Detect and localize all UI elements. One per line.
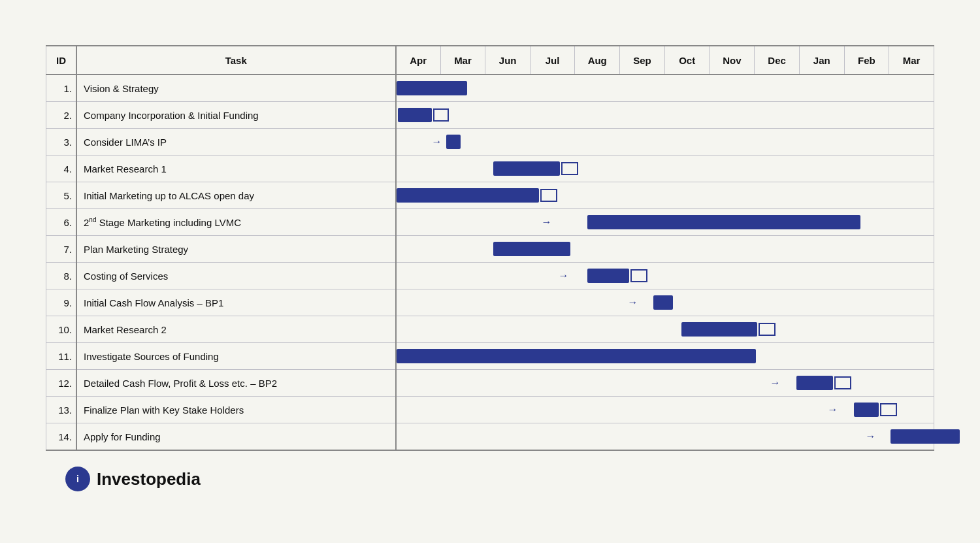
bar-3 xyxy=(446,135,461,149)
bar-6 xyxy=(587,215,860,229)
header-month-jan: Jan xyxy=(799,46,844,74)
bar-13 xyxy=(854,403,879,417)
task-id: 4. xyxy=(46,156,77,182)
gantt-cell-8: → xyxy=(396,263,934,289)
gantt-cell-9: → xyxy=(396,289,934,316)
task-id: 9. xyxy=(46,289,77,316)
gantt-cell-11 xyxy=(396,343,934,370)
svg-text:i: i xyxy=(76,474,79,484)
bar-7 xyxy=(493,242,570,256)
task-name: Detailed Cash Flow, Profit & Loss etc. –… xyxy=(76,370,395,397)
bar-11 xyxy=(397,349,756,363)
header-id: ID xyxy=(46,46,77,74)
bar-2 xyxy=(398,108,432,122)
dep-box-4 xyxy=(561,162,578,175)
gantt-cell-3: → xyxy=(396,129,934,156)
dep-box-5 xyxy=(540,189,557,202)
task-name: Vision & Strategy xyxy=(76,74,395,102)
bar-5 xyxy=(397,188,539,203)
task-name: Plan Marketing Strategy xyxy=(76,236,395,263)
task-id: 12. xyxy=(46,370,77,397)
task-name: Market Research 2 xyxy=(76,316,395,343)
table-row: 5. Initial Marketing up to ALCAS open da… xyxy=(46,182,934,209)
gantt-cell-7 xyxy=(396,236,934,263)
task-name: Costing of Services xyxy=(76,263,395,289)
bar-12 xyxy=(796,376,833,390)
task-id: 11. xyxy=(46,343,77,370)
table-row: 13. Finalize Plan with Key Stake Holders… xyxy=(46,397,934,423)
task-name: Finalize Plan with Key Stake Holders xyxy=(76,397,395,423)
task-id: 13. xyxy=(46,397,77,423)
task-id: 5. xyxy=(46,182,77,209)
header-row: ID Task Apr Mar Jun Jul Aug Sep Oct Nov … xyxy=(46,46,934,74)
task-id: 2. xyxy=(46,102,77,129)
table-row: 8. Costing of Services → xyxy=(46,263,934,289)
table-row: 1. Vision & Strategy xyxy=(46,74,934,102)
arrow-12: → xyxy=(770,377,781,389)
arrow-13: → xyxy=(828,404,838,416)
bar-1 xyxy=(397,81,467,95)
table-row: 2. Company Incorporation & Initial Fundi… xyxy=(46,102,934,129)
task-name: 2nd Stage Marketing including LVMC xyxy=(76,209,395,236)
table-row: 14. Apply for Funding → xyxy=(46,423,934,451)
task-id: 10. xyxy=(46,316,77,343)
header-month-mar2: Mar xyxy=(889,46,934,74)
gantt-cell-10 xyxy=(396,316,934,343)
task-name: Investigate Sources of Funding xyxy=(76,343,395,370)
logo-icon: i xyxy=(65,467,90,491)
task-id: 6. xyxy=(46,209,77,236)
table-row: 11. Investigate Sources of Funding xyxy=(46,343,934,370)
arrow-14: → xyxy=(866,431,876,442)
bar-4 xyxy=(493,161,560,176)
gantt-cell-14: → xyxy=(396,423,934,451)
dep-box-10 xyxy=(759,323,776,336)
gantt-table: ID Task Apr Mar Jun Jul Aug Sep Oct Nov … xyxy=(46,45,934,451)
table-row: 9. Initial Cash Flow Analysis – BP1 → xyxy=(46,289,934,316)
header-month-oct: Oct xyxy=(664,46,710,74)
logo-text: Investopedia xyxy=(97,469,201,489)
task-name: Market Research 1 xyxy=(76,156,395,182)
bar-10 xyxy=(681,322,757,337)
task-id: 7. xyxy=(46,236,77,263)
dep-box-13 xyxy=(880,403,897,416)
gantt-cell-1 xyxy=(396,74,934,102)
header-month-mar1: Mar xyxy=(440,46,485,74)
table-row: 12. Detailed Cash Flow, Profit & Loss et… xyxy=(46,370,934,397)
header-month-jun: Jun xyxy=(485,46,531,74)
task-id: 1. xyxy=(46,74,77,102)
table-row: 6. 2nd Stage Marketing including LVMC → xyxy=(46,209,934,236)
task-name: Initial Cash Flow Analysis – BP1 xyxy=(76,289,395,316)
dep-box-2 xyxy=(433,108,449,122)
arrow-3: → xyxy=(432,136,442,148)
header-month-apr: Apr xyxy=(396,46,441,74)
task-id: 14. xyxy=(46,423,77,451)
header-month-aug: Aug xyxy=(575,46,620,74)
bar-9 xyxy=(653,295,673,310)
gantt-cell-2 xyxy=(396,102,934,129)
task-id: 3. xyxy=(46,129,77,156)
table-row: 4. Market Research 1 xyxy=(46,156,934,182)
logo-area: i Investopedia xyxy=(65,467,934,491)
table-row: 7. Plan Marketing Strategy xyxy=(46,236,934,263)
task-name: Apply for Funding xyxy=(76,423,395,451)
table-row: 10. Market Research 2 xyxy=(46,316,934,343)
task-id: 8. xyxy=(46,263,77,289)
header-month-nov: Nov xyxy=(710,46,755,74)
table-row: 3. Consider LIMA’s IP → xyxy=(46,129,934,156)
dep-box-12 xyxy=(834,376,851,389)
investopedia-logo-svg: i xyxy=(71,472,85,486)
header-month-sep: Sep xyxy=(620,46,665,74)
chart-container: ID Task Apr Mar Jun Jul Aug Sep Oct Nov … xyxy=(26,32,954,511)
arrow-9: → xyxy=(628,297,638,308)
header-month-dec: Dec xyxy=(755,46,800,74)
header-task: Task xyxy=(76,46,395,74)
task-name: Company Incorporation & Initial Funding xyxy=(76,102,395,129)
gantt-cell-4 xyxy=(396,156,934,182)
gantt-cell-6: → xyxy=(396,209,934,236)
header-month-feb: Feb xyxy=(844,46,889,74)
gantt-cell-12: → xyxy=(396,370,934,397)
gantt-cell-13: → xyxy=(396,397,934,423)
task-name: Initial Marketing up to ALCAS open day xyxy=(76,182,395,209)
arrow-6: → xyxy=(542,216,552,228)
dep-box-8 xyxy=(630,269,647,282)
